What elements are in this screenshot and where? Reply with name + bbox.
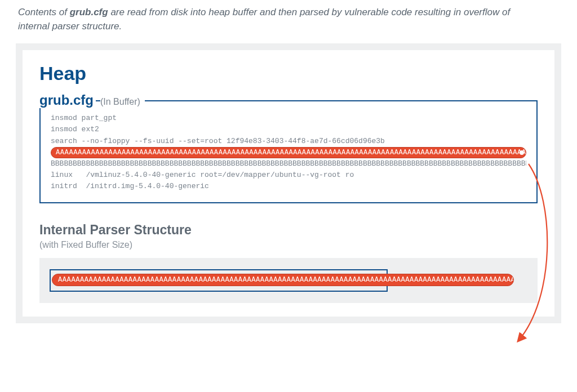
caption-filename: grub.cfg [70,7,108,17]
heap-title: Heap [39,63,538,84]
parser-subtitle: (with Fixed Buffer Size) [39,240,538,250]
code-line: initrd /initrd.img-5.4.0-40-generic [51,181,526,192]
grub-subtitle: (In Buffer) [100,97,145,107]
overflow-wrap: AAAAAAAAAAAAAAAAAAAAAAAAAAAAAAAAAAAAAAAA… [52,274,514,286]
parser-panel: AAAAAAAAAAAAAAAAAAAAAAAAAAAAAAAAAAAAAAAA… [39,258,538,303]
overflow-payload-upper: AAAAAAAAAAAAAAAAAAAAAAAAAAAAAAAAAAAAAAAA… [51,147,526,158]
overflow-text: AAAAAAAAAAAAAAAAAAAAAAAAAAAAAAAAAAAAAAAA… [56,149,526,157]
heap-buffer-box: insmod part_gpt insmod ext2 search --no-… [39,100,538,203]
code-line: linux /vmlinuz-5.4.0-40-generic root=/de… [51,170,526,181]
outer-panel: Heap grub.cfg (In Buffer) insmod part_gp… [16,43,561,323]
parser-title: Internal Parser Structure [39,222,538,238]
grub-header: grub.cfg (In Buffer) [39,92,538,108]
caption-prefix: Contents of [18,7,70,17]
overflow-payload-lower: AAAAAAAAAAAAAAAAAAAAAAAAAAAAAAAAAAAAAAAA… [52,274,514,286]
connection-dot-icon [520,150,524,155]
code-line: search --no-floppy --fs-uuid --set=root … [51,136,526,147]
code-line: insmod ext2 [51,124,526,135]
caption-text: Contents of grub.cfg are read from disk … [0,0,541,43]
inner-panel: Heap grub.cfg (In Buffer) insmod part_gp… [23,50,554,317]
grub-filename: grub.cfg [39,92,96,108]
code-line: insmod part_gpt [51,113,526,124]
code-line: BBBBBBBBBBBBBBBBBBBBBBBBBBBBBBBBBBBBBBBB… [51,158,526,170]
